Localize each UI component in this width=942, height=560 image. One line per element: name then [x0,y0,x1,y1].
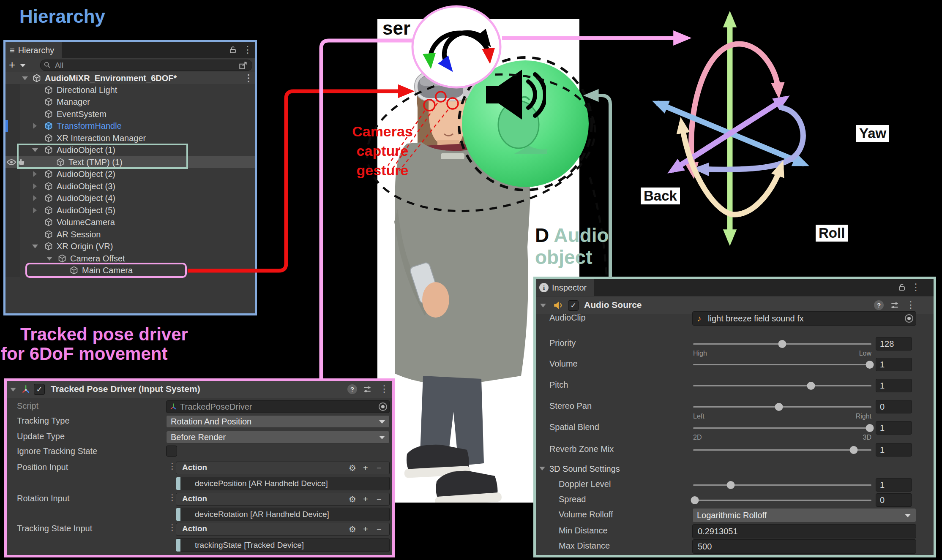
reverb-zone-mix-slider[interactable] [693,446,871,454]
tracking-type-dropdown[interactable]: Rotation And Position [166,415,390,428]
binding-text: devicePosition [AR Handheld Device] [195,479,328,488]
doppler-level-slider[interactable] [693,481,871,489]
add-icon[interactable]: + [363,494,368,504]
slider-handle[interactable] [691,496,699,504]
slider-handle[interactable] [866,424,874,432]
stereo-pan-slider[interactable] [693,402,871,411]
expander-right-icon[interactable] [33,207,37,213]
gear-icon[interactable]: ⚙ [349,494,356,504]
doppler-level-label: Doppler Level [559,479,611,489]
action-menu-icon[interactable]: ⋮ [168,462,176,471]
panel-menu-icon[interactable]: ⋮ [243,45,252,54]
section-3d-sound-settings: 3D Sound Settings [549,464,620,474]
user-label-partial: ser [382,18,410,39]
pitch-slider[interactable] [693,381,871,390]
position-input-binding-row[interactable]: devicePosition [AR Handheld Device] [176,477,390,490]
unlock-icon[interactable] [229,46,237,54]
priority-slider[interactable] [693,340,871,348]
slider-handle[interactable] [866,361,874,369]
max-distance-field[interactable]: 500 [692,539,916,554]
expander-down-icon[interactable] [539,467,545,470]
spatial-blend-value[interactable]: 1 [876,421,912,435]
script-value[interactable]: TrackedPoseDriver [166,400,390,413]
tree-row-label: XR Origin (VR) [57,240,113,252]
panel-menu-icon[interactable]: ⋮ [911,283,920,292]
update-type-dropdown[interactable]: Before Render [166,431,390,443]
search-text: All [55,60,63,71]
add-icon[interactable]: + [363,463,368,473]
reverb-zone-mix-value[interactable]: 1 [876,443,912,457]
object-picker-icon[interactable] [379,402,387,411]
component-enabled-checkbox[interactable]: ✓ [34,384,45,395]
remove-icon[interactable]: − [377,494,382,504]
action-menu-icon[interactable]: ⋮ [168,523,176,532]
slider-handle[interactable] [775,403,783,411]
min-distance-field[interactable]: 0.2913051 [692,524,916,538]
component-menu-icon[interactable]: ⋮ [906,300,915,310]
search-input[interactable]: All [40,60,252,71]
spread-value[interactable]: 0 [876,493,912,507]
tab-inspector[interactable]: i Inspector [536,279,594,296]
presets-icon[interactable] [890,301,899,310]
tab-hierarchy[interactable]: ≡ Hierarchy [5,42,62,58]
tree-row-label: AR Session [57,228,101,240]
gameobject-icon [44,230,53,239]
binding-accent [176,508,180,521]
pitch-value[interactable]: 1 [876,379,912,392]
min-distance-label: Min Distance [559,526,608,536]
remove-icon[interactable]: − [377,463,382,473]
stereo-pan-value[interactable]: 0 [876,400,912,413]
expander-right-icon[interactable] [33,123,37,129]
rotation-input-action-header: Action ⚙ + − [176,493,390,506]
volume-slider[interactable] [693,360,871,369]
slider-handle[interactable] [726,481,734,489]
audio-object-label-word2: object [535,246,592,268]
expander-right-icon[interactable] [33,171,37,177]
create-caret-icon[interactable] [20,64,26,67]
spread-slider[interactable] [693,496,871,504]
expander-down-icon[interactable] [46,257,52,261]
action-menu-icon[interactable]: ⋮ [168,493,176,502]
expander-down-icon[interactable] [32,245,38,248]
help-icon[interactable]: ? [347,384,357,394]
gear-icon[interactable]: ⚙ [349,524,356,534]
object-picker-icon[interactable] [905,314,913,323]
expander-right-icon[interactable] [33,195,37,201]
hierarchy-title: Hierarchy [19,6,105,27]
slider-handle[interactable] [849,446,857,454]
help-icon[interactable]: ? [874,300,884,310]
component-menu-icon[interactable]: ⋮ [380,384,389,394]
doppler-level-value[interactable]: 1 [876,478,912,492]
volume-rolloff-dropdown[interactable]: Logarithmic Rolloff [692,508,916,522]
component-enabled-checkbox[interactable]: ✓ [568,300,579,311]
ignore-tracking-state-checkbox[interactable] [166,446,177,457]
expander-down-icon[interactable] [22,76,28,80]
tpd-title-line2: for 6DoF movement [1,344,167,364]
volume-value[interactable]: 1 [876,358,912,371]
tracking-state-binding-row[interactable]: trackingState [Tracked Device] [176,538,390,552]
slider-handle[interactable] [778,340,786,348]
scene-row[interactable]: AudioMiXR_Environment_6DOF* ⋮ [5,72,255,84]
slider-handle[interactable] [807,382,815,390]
add-icon[interactable]: + [363,524,368,534]
spatial-blend-slider[interactable] [693,424,871,432]
gear-icon[interactable]: ⚙ [349,463,356,473]
priority-value[interactable]: 128 [876,337,912,351]
unlock-icon[interactable] [898,283,906,291]
eye-icon[interactable] [6,159,16,166]
audio-object-label-d: D [535,224,549,246]
presets-icon[interactable] [363,385,372,394]
search-expand-icon[interactable] [238,61,248,70]
audioclip-field[interactable]: ♪ light breeze field sound fx [692,311,916,326]
binding-text: deviceRotation [AR Handheld Device] [195,510,329,519]
music-note-icon: ♪ [697,312,701,325]
gameobject-icon [44,182,53,191]
remove-icon[interactable]: − [377,524,382,534]
expander-down-icon[interactable] [10,388,16,391]
scene-menu-icon[interactable]: ⋮ [244,73,253,83]
expander-right-icon[interactable] [33,183,37,189]
rotation-input-binding-row[interactable]: deviceRotation [AR Handheld Device] [176,508,390,521]
expander-down-icon[interactable] [540,304,546,307]
position-input-action-header: Action ⚙ + − [176,462,390,474]
create-button[interactable]: + [9,58,15,71]
